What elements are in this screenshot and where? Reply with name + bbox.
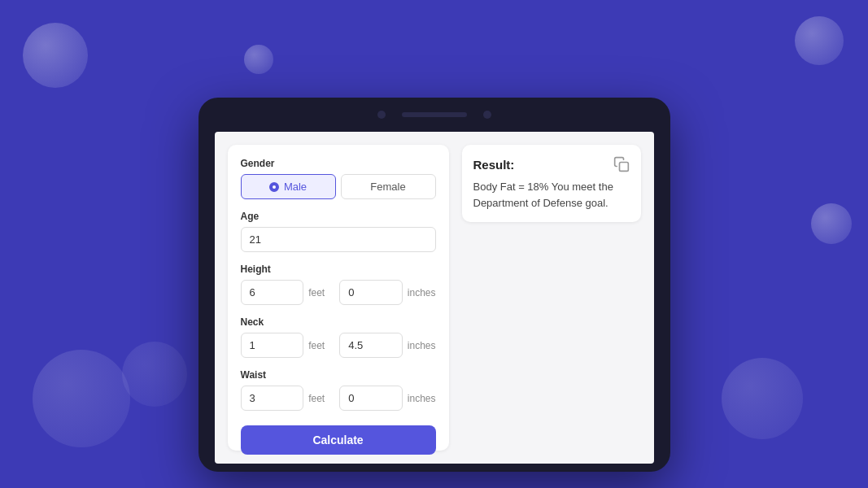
decorative-bubble-7: [811, 203, 852, 244]
height-field-group: Height feet inches: [241, 264, 436, 305]
male-label: Male: [284, 181, 307, 193]
decorative-bubble-5: [122, 342, 187, 407]
age-field-group: Age: [241, 211, 436, 252]
tablet-top-bar: [198, 98, 670, 132]
gender-label: Gender: [241, 158, 436, 169]
female-label: Female: [370, 181, 405, 193]
decorative-bubble-6: [722, 358, 803, 439]
decorative-bubble-1: [23, 23, 88, 88]
tablet-speaker: [402, 112, 467, 117]
neck-field-group: Neck feet inches: [241, 316, 436, 358]
result-panel: Result: Body Fat = 18% You meet the Depa…: [462, 145, 641, 222]
neck-feet-unit: feet: [308, 340, 334, 351]
tablet-camera: [377, 111, 386, 119]
neck-label: Neck: [241, 316, 436, 328]
male-button[interactable]: Male: [241, 174, 336, 199]
tablet-mic: [483, 111, 491, 119]
age-input[interactable]: [241, 227, 436, 252]
form-panel: Gender Male Female Age Height: [228, 145, 449, 451]
calculate-label: Calculate: [312, 434, 363, 447]
result-text: Body Fat = 18% You meet the Department o…: [473, 179, 630, 211]
neck-inches-input[interactable]: [339, 333, 403, 358]
decorative-bubble-2: [244, 45, 273, 74]
waist-measurement-row: feet inches: [241, 386, 436, 411]
height-feet-input[interactable]: [241, 280, 304, 305]
tablet-device: Gender Male Female Age Height: [198, 98, 670, 472]
gender-row: Male Female: [241, 174, 436, 199]
waist-feet-input[interactable]: [241, 386, 304, 411]
decorative-bubble-4: [33, 350, 130, 447]
calculate-button[interactable]: Calculate: [241, 425, 436, 455]
neck-inches-unit: inches: [408, 340, 436, 351]
height-measurement-row: feet inches: [241, 280, 436, 305]
height-inches-input[interactable]: [339, 280, 403, 305]
waist-inches-unit: inches: [408, 393, 436, 404]
waist-field-group: Waist feet inches: [241, 369, 436, 411]
decorative-bubble-3: [795, 16, 844, 65]
height-label: Height: [241, 264, 436, 275]
waist-label: Waist: [241, 369, 436, 381]
result-title: Result:: [473, 158, 515, 172]
waist-feet-unit: feet: [308, 393, 334, 404]
neck-feet-input[interactable]: [241, 333, 304, 358]
gender-field-group: Gender Male Female: [241, 158, 436, 199]
neck-measurement-row: feet inches: [241, 333, 436, 358]
tablet-screen: Gender Male Female Age Height: [215, 132, 654, 464]
copy-icon[interactable]: [613, 156, 630, 172]
height-inches-unit: inches: [408, 287, 436, 298]
result-header: Result:: [473, 156, 630, 172]
svg-rect-0: [619, 163, 628, 172]
waist-inches-input[interactable]: [339, 386, 403, 411]
age-label: Age: [241, 211, 436, 222]
female-button[interactable]: Female: [341, 174, 436, 199]
male-radio-dot: [269, 182, 279, 192]
height-feet-unit: feet: [308, 287, 334, 298]
